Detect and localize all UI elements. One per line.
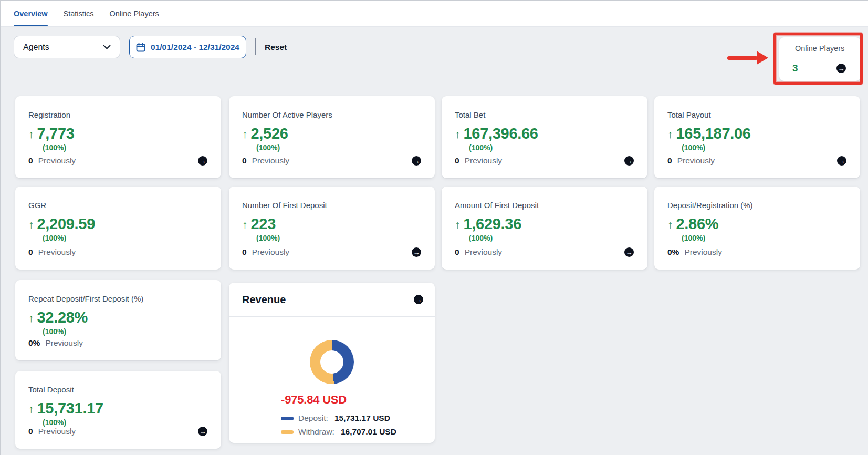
go-arrow-icon[interactable] — [198, 156, 207, 166]
metric-value: 165,187.06 — [676, 126, 751, 141]
tab-statistics[interactable]: Statistics — [64, 1, 94, 26]
metric-value: 167,396.66 — [464, 126, 538, 141]
increase-arrow-icon — [28, 313, 34, 325]
online-players-label: Online Players — [792, 44, 846, 53]
metric-value: 7,773 — [37, 126, 75, 141]
revenue-card: Revenue -975.84 USD Deposit: 15,731.17 U… — [229, 283, 435, 443]
previous-label: Previously — [677, 156, 715, 166]
metric-card-registration: Registration 7,773 (100%) 0Previously — [15, 96, 221, 178]
go-arrow-icon[interactable] — [412, 156, 421, 166]
previous-value: 0 — [28, 156, 33, 166]
legend-label: Deposit: — [298, 413, 328, 423]
metric-percent: (100%) — [469, 143, 634, 152]
increase-arrow-icon — [455, 129, 461, 141]
metric-percent: (100%) — [469, 234, 634, 242]
previous-label: Previously — [465, 247, 503, 257]
tab-online-players-label: Online Players — [110, 9, 159, 18]
metric-label: Total Bet — [455, 110, 634, 119]
increase-arrow-icon — [28, 129, 34, 141]
revenue-body: -975.84 USD Deposit: 15,731.17 USD Withd… — [229, 317, 435, 443]
previous-value: 0 — [28, 427, 33, 436]
calendar-icon — [136, 43, 145, 52]
go-arrow-icon[interactable] — [414, 295, 423, 304]
metric-label: Total Deposit — [28, 385, 207, 394]
metric-percent: (100%) — [682, 143, 846, 152]
metric-percent: (100%) — [682, 234, 846, 242]
reset-button[interactable]: Reset — [265, 36, 287, 58]
legend-value: 15,731.17 USD — [334, 413, 390, 423]
metric-card-total-payout: Total Payout 165,187.06 (100%) 0Previous… — [654, 96, 860, 178]
metric-value: 1,629.36 — [464, 216, 522, 232]
go-arrow-icon[interactable] — [624, 247, 634, 257]
legend-label: Withdraw: — [298, 427, 334, 437]
metric-label: Amount Of First Deposit — [455, 201, 634, 210]
tab-online-players[interactable]: Online Players — [110, 1, 159, 26]
previous-value: 0 — [455, 156, 459, 166]
previous-value: 0 — [667, 156, 672, 166]
previous-label: Previously — [465, 156, 503, 166]
revenue-legend: Deposit: 15,731.17 USD Withdraw: 16,707.… — [281, 413, 396, 437]
metric-card-repeat-deposit-ratio: Repeat Deposit/First Deposit (%) 32.28% … — [15, 280, 221, 360]
revenue-header: Revenue — [229, 283, 435, 317]
previous-value: 0 — [28, 247, 33, 257]
metric-percent: (100%) — [43, 327, 207, 336]
go-arrow-icon[interactable] — [837, 156, 846, 166]
tab-statistics-label: Statistics — [64, 9, 94, 18]
previous-label: Previously — [252, 156, 290, 166]
metric-value: 32.28% — [37, 310, 88, 325]
increase-arrow-icon — [242, 129, 248, 141]
metric-label: GGR — [28, 201, 207, 210]
increase-arrow-icon — [667, 219, 673, 232]
metric-card-total-deposit: Total Deposit 15,731.17 (100%) 0Previous… — [15, 371, 221, 449]
metric-value: 223 — [251, 216, 276, 232]
previous-label: Previously — [38, 156, 76, 166]
increase-arrow-icon — [28, 404, 34, 416]
previous-label: Previously — [252, 247, 290, 257]
annotation-arrow-icon — [727, 51, 769, 65]
metric-card-first-deposit-count: Number Of First Deposit 223 (100%) 0Prev… — [229, 187, 435, 270]
increase-arrow-icon — [667, 129, 673, 141]
go-arrow-icon[interactable] — [624, 156, 634, 166]
previous-label: Previously — [38, 427, 76, 436]
date-range-picker[interactable]: 01/01/2024 - 12/31/2024 — [129, 36, 246, 58]
previous-value: 0% — [667, 247, 679, 257]
agents-dropdown-value: Agents — [23, 43, 49, 52]
revenue-donut — [310, 340, 354, 384]
metric-percent: (100%) — [256, 143, 421, 152]
revenue-total: -975.84 USD — [281, 393, 396, 407]
increase-arrow-icon — [242, 219, 248, 232]
agents-dropdown[interactable]: Agents — [14, 36, 120, 58]
previous-value: 0 — [242, 247, 247, 257]
metric-label: Deposit/Registration (%) — [667, 201, 846, 210]
tab-overview[interactable]: Overview — [14, 1, 48, 26]
metric-card-ggr: GGR 2,209.59 (100%) 0Previously — [15, 187, 221, 270]
metric-label: Number Of First Deposit — [242, 201, 421, 210]
metric-percent: (100%) — [43, 143, 207, 152]
metric-percent: (100%) — [256, 234, 421, 242]
online-players-count: 3 — [792, 63, 798, 74]
go-arrow-icon[interactable] — [198, 427, 207, 436]
metric-value: 2,209.59 — [37, 216, 96, 232]
previous-label: Previously — [45, 338, 83, 348]
dashboard-overview-page: Overview Statistics Online Players Agent… — [0, 0, 868, 455]
legend-value: 16,707.01 USD — [341, 427, 396, 437]
metric-card-total-bet: Total Bet 167,396.66 (100%) 0Previously — [442, 96, 647, 178]
previous-label: Previously — [684, 247, 722, 257]
metric-percent: (100%) — [43, 418, 207, 427]
go-arrow-icon[interactable] — [412, 247, 421, 257]
metric-label: Total Payout — [667, 110, 846, 119]
previous-value: 0 — [455, 247, 459, 257]
tab-bar: Overview Statistics Online Players — [1, 1, 868, 27]
legend-item-deposit: Deposit: 15,731.17 USD — [281, 413, 396, 423]
go-arrow-icon[interactable] — [836, 64, 846, 73]
legend-item-withdraw: Withdraw: 16,707.01 USD — [281, 427, 396, 437]
metric-card-first-deposit-amount: Amount Of First Deposit 1,629.36 (100%) … — [442, 187, 647, 270]
previous-label: Previously — [38, 247, 76, 257]
online-players-card: Online Players 3 — [779, 37, 861, 81]
metric-label: Repeat Deposit/First Deposit (%) — [28, 294, 207, 303]
metric-value: 2,526 — [251, 126, 288, 141]
legend-swatch-withdraw — [281, 430, 294, 434]
metric-label: Number Of Active Players — [242, 110, 421, 119]
metric-percent: (100%) — [43, 234, 207, 242]
metric-value: 2.86% — [676, 216, 719, 232]
